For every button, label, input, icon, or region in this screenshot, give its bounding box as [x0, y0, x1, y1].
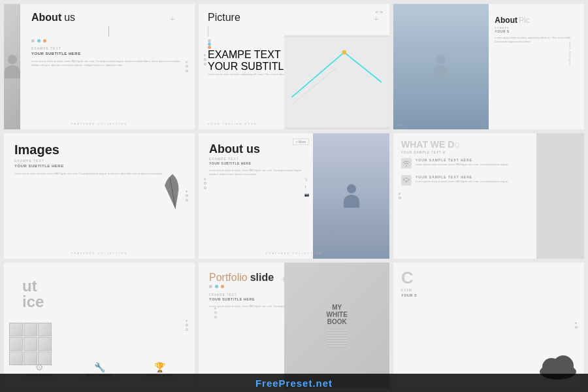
slide4-dots	[186, 191, 188, 202]
slide1-subtitle: EXAMPE TEXT	[31, 46, 186, 50]
plus-icon: +	[170, 14, 175, 24]
watermark-brand: Preset	[279, 378, 313, 389]
right-dots	[186, 61, 188, 73]
slide9-title: C	[401, 269, 576, 286]
slide3-sub2: YOUR S	[495, 29, 574, 33]
cloud-image	[538, 349, 571, 375]
slide1-sub2: YOUR SUBTITLE HERE	[31, 52, 186, 56]
slide5-title: About us	[209, 142, 302, 156]
slide-what-we-do: WHAT WE Do YOUR SAMPLE TEXT H YOUR SAMPL…	[393, 133, 584, 259]
slide5-photo	[313, 133, 389, 259]
person-image	[4, 4, 20, 129]
slide2-footer: YOUR TAGLINE HERE	[208, 122, 257, 125]
slide8-title-light: Portfolio	[209, 272, 248, 284]
slide-images: Images EXAMPE TEXT YOUR SUBTITLE HERE Lo…	[4, 133, 195, 259]
slide9-subtitle: EXAM	[401, 289, 576, 292]
slide8-notebook: MYWHITEBOOK	[284, 263, 389, 388]
rdot-1	[186, 61, 188, 63]
watermark-prefix: Free	[255, 378, 279, 389]
service-text-2: YOUR SAMPLE TEXT HERE Lorem ipsum dolor …	[416, 175, 508, 186]
tools-icon: 🔧	[69, 362, 129, 372]
slide7-dots	[186, 320, 188, 331]
slide6-left-dots	[399, 193, 401, 199]
slide1-title: About	[31, 12, 61, 24]
slide-portfolio: Portfolio slide FRAMPE TEXT YOUR SUBTITL…	[199, 263, 389, 388]
gear-icon: ⚙	[9, 362, 69, 372]
slide4-footer: FEATURED COLLECTION	[4, 252, 195, 255]
slide8-title-bold: slide	[250, 272, 274, 284]
service-title-2: YOUR SAMPLE TEXT HERE	[416, 175, 508, 179]
slide-about-us-center: About us EXAMPE TEXT YOUR SUBTITLE HERE …	[199, 133, 389, 259]
wifi-icon	[401, 158, 412, 169]
slide2-image	[284, 35, 389, 129]
slide5-more[interactable]: < More	[293, 139, 310, 145]
service-title-1: YOUR SAMPLE TEXT HERE	[416, 158, 508, 162]
slide2-title: Picture	[208, 12, 380, 24]
slide3-title-light: Pic	[519, 16, 530, 25]
rdot-2	[186, 65, 188, 68]
slide3-title: About	[495, 16, 517, 25]
slide4-sub2: YOUR SUBTITLE HERE	[14, 164, 184, 168]
rdot-3	[186, 70, 188, 73]
slide-grid: About us EXAMPE TEXT YOUR SUBTITLE HERE …	[0, 0, 588, 392]
arrows-icon: < >	[480, 123, 486, 127]
slide-service: ut ice ⚙ SUBTILE HERE Lorem ipsum dolor …	[4, 263, 195, 388]
slide-picture: Picture EXAMPE TEXT YOUR SUBTITLE HERE L…	[199, 4, 389, 129]
slide7-title-2: ice	[22, 294, 176, 310]
feather-icon	[158, 169, 185, 216]
instagram-icon: 📷	[304, 192, 309, 197]
svg-marker-10	[403, 178, 410, 182]
left-dots-2	[204, 54, 206, 65]
twitter-icon: 𝕏	[304, 177, 309, 182]
dot-3	[43, 39, 46, 42]
slide5-social-icons: 𝕏 f 📷	[304, 177, 309, 197]
watermark-suffix: .net	[312, 378, 333, 389]
slide5-content: About us EXAMPE TEXT YOUR SUBTITLE HERE …	[209, 142, 302, 180]
svg-point-3	[342, 50, 347, 55]
svg-point-9	[406, 165, 407, 167]
slide7-title-1: ut	[22, 278, 176, 294]
plus-icon-8: +	[281, 274, 286, 284]
slide5-body: Lorem ipsum dolor sit amet, lorem IMO li…	[209, 169, 302, 177]
slide4-title: Images	[14, 142, 184, 157]
grad-icon	[401, 175, 412, 186]
photo-person	[393, 4, 489, 129]
slide1-body: Lorem ipsum dolor sit amet, lorem IMO li…	[31, 59, 186, 68]
service-text-1: YOUR SAMPLE TEXT HERE Lorem ipsum dolor …	[416, 158, 508, 169]
slide5-left-dots	[204, 178, 206, 189]
slide3-photo: Pattern < >	[393, 4, 489, 129]
service-body-1: Lorem ipsum dolor sit amet, lorem IMO li…	[416, 163, 508, 167]
slide1-footer: FEATURED COLLECTION	[4, 122, 195, 125]
dot-2	[37, 39, 41, 42]
slide-cloud: C EXAM YOUR S	[393, 263, 584, 388]
slide4-subtitle: EXAMPE TEXT	[14, 159, 184, 163]
slide5-subtitle: EXAMPE TEXT	[209, 157, 302, 161]
slide5-sub2: YOUR SUBTITLE HERE	[209, 161, 302, 165]
slide-about-us: About us EXAMPE TEXT YOUR SUBTITLE HERE …	[4, 4, 195, 129]
facebook-icon: f	[304, 185, 309, 189]
dot-1	[31, 39, 35, 42]
slide6-service-img	[536, 133, 584, 259]
slide-about-picture: Pattern < > About Pic EXAMPE YOUR S Lore…	[393, 4, 584, 129]
slide8-left-dots	[204, 298, 227, 327]
slide7-content: ut ice	[14, 272, 184, 320]
slide9-dots	[575, 322, 578, 329]
slide3-body: Lorem ipsum dolor sit amet, adipiscing e…	[495, 36, 574, 44]
trophy-icon: 🏆	[129, 362, 189, 372]
slide9-sub2: YOUR S	[401, 293, 576, 297]
watermark-text: FreePreset.net	[255, 378, 333, 389]
watermark-bar: FreePreset.net	[0, 374, 588, 392]
slide1-title-light: us	[64, 12, 75, 24]
plus-icon-2: +	[374, 14, 379, 24]
slide5-footer: FEATURED COLLECTION	[199, 252, 389, 255]
pattern-label: Pattern	[396, 123, 404, 127]
svg-rect-0	[284, 37, 389, 127]
service-body-2: Lorem ipsum dolor sit amet, lorem IMO li…	[416, 180, 508, 184]
slide3-vertical-label: abus Byington	[568, 42, 571, 67]
